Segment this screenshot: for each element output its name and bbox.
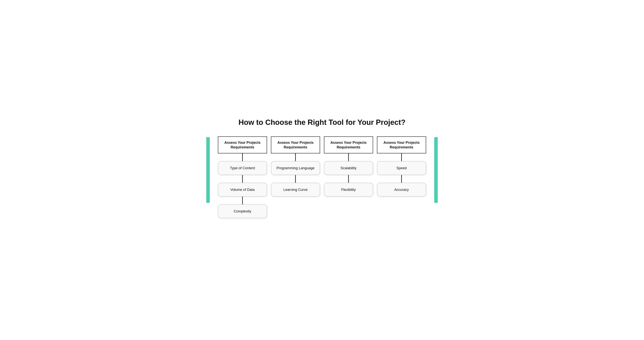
connector-line-4-1 [401,175,402,183]
column-1: Assess Your Projects RequirementsType of… [218,136,267,218]
page-title: How to Choose the Right Tool for Your Pr… [218,118,426,127]
child-box-1-1: Volume of Data [218,183,267,197]
accent-right-bar [434,137,438,203]
connector-line-2-1 [295,175,296,183]
header-box-4: Assess Your Projects Requirements [377,136,426,153]
columns-wrapper: Assess Your Projects RequirementsType of… [218,136,426,218]
child-box-4-1: Accuracy [377,183,426,197]
connector-line-1-0 [242,153,243,161]
connector-line-3-0 [348,153,349,161]
page-container: How to Choose the Right Tool for Your Pr… [206,110,438,230]
child-box-2-0: Programming Language [271,161,320,175]
connector-line-4-0 [401,153,402,161]
accent-left-bar [206,137,210,203]
child-box-3-1: Flexibility [324,183,373,197]
child-box-1-0: Type of Content [218,161,267,175]
column-4: Assess Your Projects RequirementsSpeedAc… [377,136,426,218]
column-2: Assess Your Projects RequirementsProgram… [271,136,320,218]
child-box-2-1: Learning Curve [271,183,320,197]
column-3: Assess Your Projects RequirementsScalabi… [324,136,373,218]
header-box-2: Assess Your Projects Requirements [271,136,320,153]
header-box-3: Assess Your Projects Requirements [324,136,373,153]
connector-line-1-2 [242,197,243,204]
connector-line-2-0 [295,153,296,161]
connector-line-1-1 [242,175,243,183]
child-box-1-2: Complexity [218,204,267,218]
child-box-3-0: Scalability [324,161,373,175]
child-box-4-0: Speed [377,161,426,175]
connector-line-3-1 [348,175,349,183]
header-box-1: Assess Your Projects Requirements [218,136,267,153]
